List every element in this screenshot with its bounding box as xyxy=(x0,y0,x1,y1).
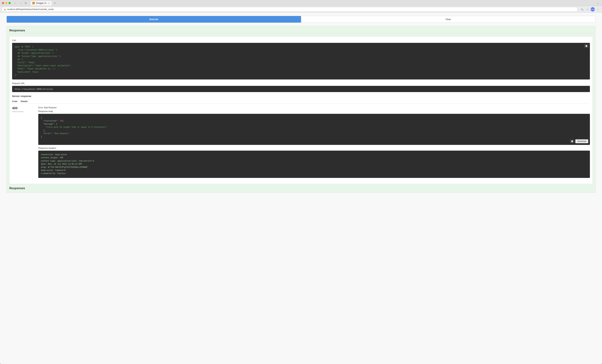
responses-section: Responses Curl curl -X 'POST' \ 'http://… xyxy=(7,26,595,193)
tabs-menu-button[interactable]: ⌄ xyxy=(596,1,600,5)
titlebar: ← → ↻ S Swagger UI ✕ + ⌄ xyxy=(0,0,602,6)
response-body-actions: 📋 Download xyxy=(570,139,588,143)
new-tab-button[interactable]: + xyxy=(53,1,57,5)
tab-right-controls: ⌄ xyxy=(596,1,600,5)
response-code-column: 400 Undocumented xyxy=(12,106,35,113)
clear-button[interactable]: Clear xyxy=(301,16,595,22)
page-content: Execute Clear Responses Curl curl -X 'PO… xyxy=(0,13,602,364)
back-button[interactable]: ← xyxy=(13,1,18,5)
response-code-row: 400 xyxy=(12,106,35,110)
maximize-button[interactable] xyxy=(9,2,11,4)
tab-bar: S Swagger UI ✕ + xyxy=(30,1,594,6)
request-url-block: http://localhost:3000/articles xyxy=(12,86,590,92)
tab-favicon: S xyxy=(32,2,35,4)
response-headers-code: connection: keep-alive content-length: 1… xyxy=(41,153,587,175)
bottom-responses-label: Responses xyxy=(9,187,593,190)
response-details-column: Error: Bad Request Response body { "stat… xyxy=(38,106,590,180)
response-status-code: 400 xyxy=(12,106,18,110)
code-header: Code xyxy=(12,100,18,103)
server-response-section: Server response Code Details 400 Undocum… xyxy=(12,95,590,181)
split-view-button[interactable]: □ xyxy=(585,7,590,11)
response-body-block: { "statusCode": 400, "message": [ "title… xyxy=(38,114,590,145)
menu-button[interactable]: ⋮ xyxy=(596,7,600,11)
error-description: Error: Bad Request xyxy=(38,106,590,109)
tab-close-button[interactable]: ✕ xyxy=(48,2,50,4)
address-actions: 🔍 □ Guest ⋮ xyxy=(580,7,600,11)
search-button[interactable]: 🔍 xyxy=(580,7,584,11)
request-url-section: Request URL http://localhost:3000/articl… xyxy=(12,82,590,92)
request-url-text: http://localhost:3000/articles xyxy=(15,88,53,90)
address-bar-row: 🔒 localhost:3000/api/#/articles/Articles… xyxy=(0,6,602,13)
curl-code: curl -X 'POST' \ 'http://localhost:3000/… xyxy=(15,45,587,77)
security-icon: 🔒 xyxy=(4,8,6,11)
curl-section: Curl curl -X 'POST' \ 'http://localhost:… xyxy=(12,39,590,79)
request-url-label: Request URL xyxy=(12,82,590,85)
curl-label: Curl xyxy=(12,39,590,42)
responses-title: Responses xyxy=(9,29,593,34)
browser-window: ← → ↻ S Swagger UI ✕ + ⌄ 🔒 localhost:300… xyxy=(0,0,602,364)
forward-button[interactable]: → xyxy=(19,1,23,5)
close-button[interactable] xyxy=(2,2,4,4)
minimize-button[interactable] xyxy=(5,2,7,4)
active-tab[interactable]: S Swagger UI ✕ xyxy=(30,1,52,6)
execute-bar: Execute Clear xyxy=(7,16,595,23)
response-body-label: Response body xyxy=(38,110,590,113)
reload-button[interactable]: ↻ xyxy=(24,1,28,5)
curl-code-block: curl -X 'POST' \ 'http://localhost:3000/… xyxy=(12,43,590,79)
response-row: 400 Undocumented Error: Bad Request Resp… xyxy=(12,105,590,181)
copy-curl-button[interactable]: 📋 xyxy=(584,44,589,48)
tab-title: Swagger UI xyxy=(36,2,46,4)
response-body-code: { "statusCode": 400, "message": [ "title… xyxy=(41,117,587,138)
address-bar[interactable]: 🔒 localhost:3000/api/#/articles/Articles… xyxy=(2,7,578,12)
details-header: Details xyxy=(21,100,28,103)
response-headers-block: connection: keep-alive content-length: 1… xyxy=(38,150,590,178)
server-response-title: Server response xyxy=(12,95,590,97)
response-headers-section: Response headers connection: keep-alive … xyxy=(38,147,590,178)
undocumented-badge: Undocumented xyxy=(12,111,35,113)
response-headers-label: Response headers xyxy=(38,147,590,149)
copy-response-button[interactable]: 📋 xyxy=(570,139,574,143)
execute-button[interactable]: Execute xyxy=(7,16,301,22)
responses-inner: Curl curl -X 'POST' \ 'http://localhost:… xyxy=(9,36,593,184)
traffic-lights xyxy=(2,2,11,4)
response-table-header: Code Details xyxy=(12,99,590,104)
url-text: localhost:3000/api/#/articles/ArticlesCo… xyxy=(7,8,576,11)
profile-button[interactable]: Guest xyxy=(591,7,595,11)
download-button[interactable]: Download xyxy=(575,139,588,143)
browser-nav: ← → ↻ xyxy=(13,1,28,5)
